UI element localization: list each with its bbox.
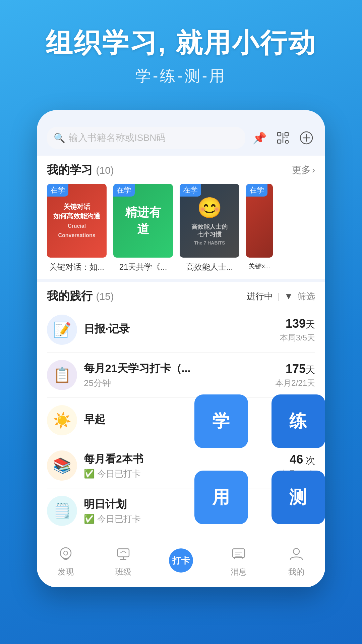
practice-week-1: 本周3/5天 xyxy=(280,332,315,343)
practice-sub-text-5: 今日已打卡 xyxy=(97,513,141,525)
overlay-row-1: 学 → 练 xyxy=(194,394,325,448)
message-icon xyxy=(229,544,249,564)
arrow-down: ↓ xyxy=(194,450,325,469)
nav-item-class[interactable]: 班级 xyxy=(98,544,148,577)
scan-icon[interactable] xyxy=(274,129,292,147)
svg-rect-0 xyxy=(278,132,281,136)
practice-name-2: 每月21天学习打卡（... xyxy=(84,361,275,376)
practice-sub-text-4: 今日已打卡 xyxy=(97,468,141,480)
book-badge-1: 在学 xyxy=(47,184,68,197)
learning-more-button[interactable]: 更多 › xyxy=(292,164,315,176)
svg-point-22 xyxy=(293,548,299,554)
days-unit-2: 天 xyxy=(306,365,315,375)
practice-sub-2: 25分钟 xyxy=(84,377,275,389)
overlay-buttons: 学 → 练 ↓ 用 ← 测 xyxy=(194,394,325,524)
filter-icon: ▼ xyxy=(284,291,293,302)
search-input-wrap[interactable]: 🔍 输入书籍名称或ISBN码 xyxy=(47,127,245,149)
days-unit-1: 天 xyxy=(306,319,315,330)
practice-info-2: 每月21天学习打卡（... 25分钟 xyxy=(84,361,275,389)
discover-icon xyxy=(56,544,76,564)
practice-icon-5: 🗒️ xyxy=(47,496,77,526)
practice-item-3[interactable]: ☀️ 早起 103 天 累计坚持 学 → 练 ↓ 用 ← xyxy=(47,398,315,443)
book-title-2: 21天共学《... xyxy=(113,262,173,272)
my-learning-section: 我的学习 (10) 更多 › 关键对话如何高效能沟通Crucial Conver… xyxy=(37,156,325,279)
filter-label[interactable]: 筛选 xyxy=(298,290,315,302)
practice-week-2: 本月2/21天 xyxy=(275,378,315,388)
practice-item-2[interactable]: 📋 每月21天学习打卡（... 25分钟 175天 本月2/21天 xyxy=(47,353,315,398)
book-badge-2: 在学 xyxy=(113,184,135,197)
practice-stats-2: 175天 本月2/21天 xyxy=(275,362,315,388)
nav-label-mine: 我的 xyxy=(288,567,304,577)
nav-label-message: 消息 xyxy=(231,567,247,577)
nav-item-mine[interactable]: 我的 xyxy=(271,544,321,577)
book-item-3[interactable]: 😊 高效能人士的七个习惯The 7 HABITS 在学 高效能人士... xyxy=(180,184,239,272)
practice-icon-1: 📝 xyxy=(47,315,77,345)
book-title-3: 高效能人士... xyxy=(180,262,239,272)
check-icon-5: ✅ xyxy=(84,514,95,524)
hero-section: 组织学习, 就用小行动 学-练-测-用 xyxy=(0,0,362,100)
nav-item-discover[interactable]: 发现 xyxy=(41,544,91,577)
filter-active[interactable]: 进行中 xyxy=(247,290,273,302)
mine-icon xyxy=(286,544,306,564)
section-header-learning: 我的学习 (10) 更多 › xyxy=(47,162,315,178)
svg-point-15 xyxy=(64,551,68,555)
more-label: 更多 xyxy=(292,164,311,176)
add-circle-icon[interactable] xyxy=(298,129,315,147)
overlay-row-2: 用 ← 测 xyxy=(194,471,325,524)
my-practice-section: 我的践行 (15) 进行中 | ▼ 筛选 📝 日报·记录 139天 本周3/5天 xyxy=(37,282,325,537)
practice-icon-3: ☀️ xyxy=(47,405,77,435)
toolbar-icons: 📌 xyxy=(251,129,315,147)
practice-icon-2: 📋 xyxy=(47,360,77,390)
practice-days-2: 175天 xyxy=(275,362,315,376)
search-bar-row: 🔍 输入书籍名称或ISBN码 📌 xyxy=(37,120,325,152)
book-cover-wrap-4: 在学 xyxy=(246,184,273,258)
svg-rect-16 xyxy=(118,549,129,557)
phone-mockup: 🔍 输入书籍名称或ISBN码 📌 xyxy=(37,110,325,587)
search-placeholder: 输入书籍名称或ISBN码 xyxy=(69,131,166,144)
checkin-label: 打卡 xyxy=(172,555,190,567)
nav-item-message[interactable]: 消息 xyxy=(214,544,264,577)
book-cover-wrap-2: 精进有道 在学 xyxy=(113,184,173,258)
learn-button[interactable]: 学 xyxy=(194,394,248,448)
arrow-right-1: → xyxy=(250,412,269,431)
practice-name-1: 日报·记录 xyxy=(84,322,280,336)
search-icon: 🔍 xyxy=(54,132,65,144)
book-cover-wrap-1: 关键对话如何高效能沟通Crucial Conversations 在学 xyxy=(47,184,107,258)
use-button[interactable]: 用 xyxy=(194,471,248,524)
practice-icon-4: 📚 xyxy=(47,450,77,481)
practice-info-1: 日报·记录 xyxy=(84,322,280,338)
test-button[interactable]: 测 xyxy=(272,471,325,524)
practice-item-1[interactable]: 📝 日报·记录 139天 本周3/5天 xyxy=(47,307,315,353)
book-item-2[interactable]: 精进有道 在学 21天共学《... xyxy=(113,184,173,272)
practice-days-1: 139天 xyxy=(280,317,315,331)
practice-button[interactable]: 练 xyxy=(272,394,325,448)
practice-header: 我的践行 (15) 进行中 | ▼ 筛选 xyxy=(47,288,315,304)
arrow-left-1: ← xyxy=(250,488,269,507)
book-badge-3: 在学 xyxy=(180,184,201,197)
practice-filters: 进行中 | ▼ 筛选 xyxy=(247,290,315,302)
nav-label-discover: 发现 xyxy=(58,567,74,577)
class-icon xyxy=(113,544,133,564)
bottom-nav: 发现 班级 打卡 xyxy=(37,537,325,587)
days-value-1: 139 xyxy=(286,317,306,330)
days-value-2: 175 xyxy=(286,362,306,376)
book-badge-4: 在学 xyxy=(246,184,267,197)
book-item-4[interactable]: 在学 关键x... xyxy=(246,184,273,272)
book-cover-wrap-3: 😊 高效能人士的七个习惯The 7 HABITS 在学 xyxy=(180,184,239,258)
learning-title: 我的学习 (10) xyxy=(47,162,114,178)
pin-icon[interactable]: 📌 xyxy=(251,129,268,147)
check-icon-4: ✅ xyxy=(84,469,95,479)
svg-rect-1 xyxy=(285,132,288,136)
filter-divider: | xyxy=(278,291,280,302)
svg-rect-2 xyxy=(278,140,281,143)
learning-section-title: 我的学习 xyxy=(47,163,93,176)
book-item-1[interactable]: 关键对话如何高效能沟通Crucial Conversations 在学 关键对话… xyxy=(47,184,107,272)
learning-count: (10) xyxy=(96,165,114,176)
nav-item-checkin[interactable]: 打卡 xyxy=(156,548,206,573)
nav-label-class: 班级 xyxy=(115,567,131,577)
hero-subtitle: 学-练-测-用 xyxy=(20,66,342,87)
books-scroll: 关键对话如何高效能沟通Crucial Conversations 在学 关键对话… xyxy=(47,184,315,276)
practice-section-title: 我的践行 xyxy=(47,289,93,302)
chevron-right-icon: › xyxy=(312,165,315,175)
checkin-icon: 打卡 xyxy=(169,548,193,573)
